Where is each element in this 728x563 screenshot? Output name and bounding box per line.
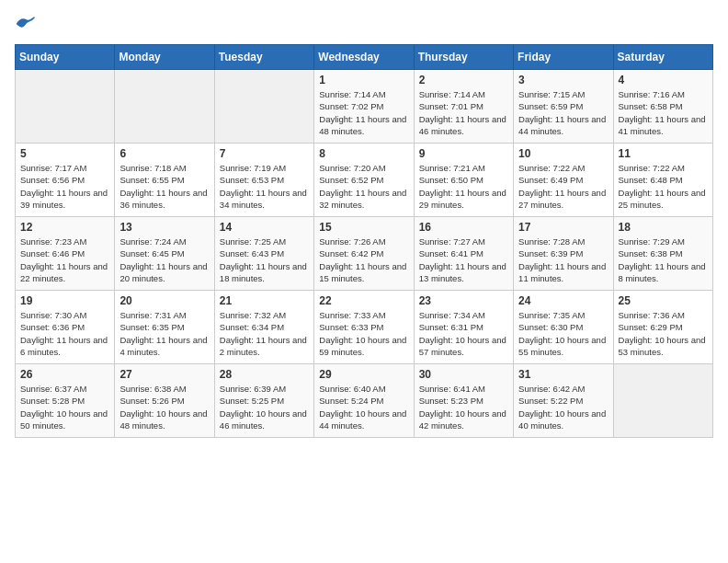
- cell-info: Sunrise: 7:31 AMSunset: 6:35 PMDaylight:…: [119, 309, 209, 358]
- day-number: 28: [220, 368, 309, 381]
- day-header-friday: Friday: [514, 45, 613, 70]
- day-number: 29: [319, 368, 408, 381]
- cell-info: Sunrise: 7:16 AMSunset: 6:58 PMDaylight:…: [619, 88, 708, 137]
- cell-info: Sunrise: 7:17 AMSunset: 6:56 PMDaylight:…: [20, 162, 109, 211]
- calendar-week-row: 19Sunrise: 7:30 AMSunset: 6:36 PMDayligh…: [16, 291, 713, 364]
- cell-info: Sunrise: 7:19 AMSunset: 6:53 PMDaylight:…: [220, 162, 309, 211]
- day-number: 9: [419, 147, 508, 160]
- day-number: 2: [419, 74, 508, 86]
- cell-info: Sunrise: 7:22 AMSunset: 6:48 PMDaylight:…: [619, 162, 708, 211]
- cell-info: Sunrise: 7:35 AMSunset: 6:30 PMDaylight:…: [518, 309, 608, 358]
- day-number: 14: [220, 221, 309, 234]
- calendar-cell: 28Sunrise: 6:39 AMSunset: 5:25 PMDayligh…: [214, 364, 313, 438]
- day-header-wednesday: Wednesday: [314, 45, 414, 70]
- day-number: 6: [119, 147, 209, 160]
- calendar-week-row: 1Sunrise: 7:14 AMSunset: 7:02 PMDaylight…: [16, 70, 713, 144]
- day-number: 23: [419, 294, 508, 307]
- cell-info: Sunrise: 7:36 AMSunset: 6:29 PMDaylight:…: [619, 309, 708, 358]
- calendar-cell: 1Sunrise: 7:14 AMSunset: 7:02 PMDaylight…: [314, 70, 414, 144]
- day-number: 24: [518, 294, 608, 307]
- cell-info: Sunrise: 6:41 AMSunset: 5:23 PMDaylight:…: [419, 383, 508, 431]
- calendar-cell: 18Sunrise: 7:29 AMSunset: 6:38 PMDayligh…: [613, 217, 712, 291]
- day-number: 8: [319, 147, 408, 160]
- calendar-week-row: 26Sunrise: 6:37 AMSunset: 5:28 PMDayligh…: [16, 364, 713, 438]
- calendar-cell: 9Sunrise: 7:21 AMSunset: 6:50 PMDaylight…: [414, 144, 513, 217]
- day-number: 4: [619, 74, 708, 86]
- cell-info: Sunrise: 7:34 AMSunset: 6:31 PMDaylight:…: [419, 309, 508, 358]
- calendar-cell: 5Sunrise: 7:17 AMSunset: 6:56 PMDaylight…: [16, 144, 115, 217]
- day-header-sunday: Sunday: [16, 45, 115, 70]
- calendar-cell: 12Sunrise: 7:23 AMSunset: 6:46 PMDayligh…: [16, 217, 115, 291]
- calendar-cell: [613, 364, 712, 438]
- cell-info: Sunrise: 7:29 AMSunset: 6:38 PMDaylight:…: [619, 236, 708, 284]
- calendar-cell: 31Sunrise: 6:42 AMSunset: 5:22 PMDayligh…: [514, 364, 613, 438]
- cell-info: Sunrise: 7:23 AMSunset: 6:46 PMDaylight:…: [20, 236, 109, 284]
- cell-info: Sunrise: 7:20 AMSunset: 6:52 PMDaylight:…: [319, 162, 408, 211]
- calendar-cell: 21Sunrise: 7:32 AMSunset: 6:34 PMDayligh…: [214, 291, 313, 364]
- day-number: 22: [319, 294, 408, 307]
- cell-info: Sunrise: 7:32 AMSunset: 6:34 PMDaylight:…: [220, 309, 309, 358]
- cell-info: Sunrise: 6:38 AMSunset: 5:26 PMDaylight:…: [119, 383, 209, 431]
- day-header-saturday: Saturday: [613, 45, 712, 70]
- calendar-cell: 4Sunrise: 7:16 AMSunset: 6:58 PMDaylight…: [613, 70, 712, 144]
- cell-info: Sunrise: 6:39 AMSunset: 5:25 PMDaylight:…: [220, 383, 309, 431]
- cell-info: Sunrise: 7:21 AMSunset: 6:50 PMDaylight:…: [419, 162, 508, 211]
- day-number: 30: [419, 368, 508, 381]
- calendar-cell: 10Sunrise: 7:22 AMSunset: 6:49 PMDayligh…: [514, 144, 613, 217]
- calendar-cell: 8Sunrise: 7:20 AMSunset: 6:52 PMDaylight…: [314, 144, 414, 217]
- cell-info: Sunrise: 6:42 AMSunset: 5:22 PMDaylight:…: [518, 383, 608, 431]
- day-number: 17: [518, 221, 608, 234]
- cell-info: Sunrise: 7:28 AMSunset: 6:39 PMDaylight:…: [518, 236, 608, 284]
- calendar-cell: 30Sunrise: 6:41 AMSunset: 5:23 PMDayligh…: [414, 364, 513, 438]
- calendar-cell: 15Sunrise: 7:26 AMSunset: 6:42 PMDayligh…: [314, 217, 414, 291]
- calendar-header-row: SundayMondayTuesdayWednesdayThursdayFrid…: [16, 45, 713, 70]
- calendar-cell: 14Sunrise: 7:25 AMSunset: 6:43 PMDayligh…: [214, 217, 313, 291]
- calendar-cell: 26Sunrise: 6:37 AMSunset: 5:28 PMDayligh…: [16, 364, 115, 438]
- calendar-table: SundayMondayTuesdayWednesdayThursdayFrid…: [15, 44, 713, 438]
- day-number: 31: [518, 368, 608, 381]
- day-number: 27: [119, 368, 209, 381]
- day-header-thursday: Thursday: [414, 45, 513, 70]
- cell-info: Sunrise: 6:40 AMSunset: 5:24 PMDaylight:…: [319, 383, 408, 431]
- calendar-cell: 2Sunrise: 7:14 AMSunset: 7:01 PMDaylight…: [414, 70, 513, 144]
- calendar-cell: 19Sunrise: 7:30 AMSunset: 6:36 PMDayligh…: [16, 291, 115, 364]
- calendar-week-row: 12Sunrise: 7:23 AMSunset: 6:46 PMDayligh…: [16, 217, 713, 291]
- day-number: 13: [119, 221, 209, 234]
- day-number: 1: [319, 74, 408, 86]
- cell-info: Sunrise: 7:24 AMSunset: 6:45 PMDaylight:…: [119, 236, 209, 284]
- cell-info: Sunrise: 7:33 AMSunset: 6:33 PMDaylight:…: [319, 309, 408, 358]
- calendar-cell: 23Sunrise: 7:34 AMSunset: 6:31 PMDayligh…: [414, 291, 513, 364]
- cell-info: Sunrise: 7:25 AMSunset: 6:43 PMDaylight:…: [220, 236, 309, 284]
- day-header-tuesday: Tuesday: [214, 45, 313, 70]
- cell-info: Sunrise: 7:22 AMSunset: 6:49 PMDaylight:…: [518, 162, 608, 211]
- day-number: 5: [20, 147, 109, 160]
- cell-info: Sunrise: 7:26 AMSunset: 6:42 PMDaylight:…: [319, 236, 408, 284]
- calendar-cell: [214, 70, 313, 144]
- calendar-cell: 17Sunrise: 7:28 AMSunset: 6:39 PMDayligh…: [514, 217, 613, 291]
- day-number: 3: [518, 74, 608, 86]
- day-number: 15: [319, 221, 408, 234]
- calendar-cell: 24Sunrise: 7:35 AMSunset: 6:30 PMDayligh…: [514, 291, 613, 364]
- logo: [15, 15, 40, 33]
- calendar-cell: 20Sunrise: 7:31 AMSunset: 6:35 PMDayligh…: [115, 291, 214, 364]
- day-number: 16: [419, 221, 508, 234]
- calendar-cell: [16, 70, 115, 144]
- cell-info: Sunrise: 7:30 AMSunset: 6:36 PMDaylight:…: [20, 309, 109, 358]
- day-number: 18: [619, 221, 708, 234]
- cell-info: Sunrise: 6:37 AMSunset: 5:28 PMDaylight:…: [20, 383, 109, 431]
- cell-info: Sunrise: 7:15 AMSunset: 6:59 PMDaylight:…: [518, 88, 608, 137]
- day-number: 12: [20, 221, 109, 234]
- calendar-cell: 22Sunrise: 7:33 AMSunset: 6:33 PMDayligh…: [314, 291, 414, 364]
- cell-info: Sunrise: 7:27 AMSunset: 6:41 PMDaylight:…: [419, 236, 508, 284]
- cell-info: Sunrise: 7:14 AMSunset: 7:02 PMDaylight:…: [319, 88, 408, 137]
- cell-info: Sunrise: 7:18 AMSunset: 6:55 PMDaylight:…: [119, 162, 209, 211]
- calendar-cell: 25Sunrise: 7:36 AMSunset: 6:29 PMDayligh…: [613, 291, 712, 364]
- day-number: 7: [220, 147, 309, 160]
- day-number: 11: [619, 147, 708, 160]
- calendar-cell: 13Sunrise: 7:24 AMSunset: 6:45 PMDayligh…: [115, 217, 214, 291]
- day-number: 21: [220, 294, 309, 307]
- day-number: 10: [518, 147, 608, 160]
- calendar-cell: [115, 70, 214, 144]
- day-number: 25: [619, 294, 708, 307]
- day-header-monday: Monday: [115, 45, 214, 70]
